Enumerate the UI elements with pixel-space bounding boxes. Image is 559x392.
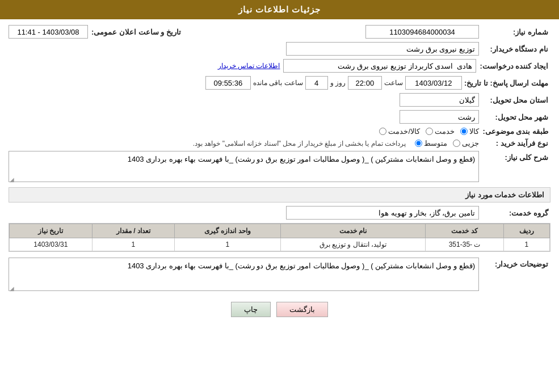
category-kala-option[interactable]: کالا — [460, 127, 479, 136]
services-table: ردیف کد خدمت نام خدمت واحد اندازه گیری ت… — [9, 224, 550, 251]
serviceInfo-title: اطلاعات خدمات مورد نیاز — [9, 187, 550, 203]
deadline-time-label: ساعت — [384, 79, 403, 87]
province-input[interactable] — [400, 93, 479, 107]
purchaseType-label: نوع فرآیند خرید : — [482, 139, 550, 147]
category-kala-khadamat-label: کالا/خدمت — [388, 127, 420, 136]
category-khadamat-option[interactable]: خدمت — [426, 127, 455, 136]
resize-icon-2: ◢ — [10, 285, 14, 292]
purchase-type-radio-group: جزیی متوسط — [415, 139, 479, 147]
category-khadamat-radio[interactable] — [426, 128, 433, 135]
buyerNotes-textarea[interactable]: (قطع و وصل انشعابات مشترکین ) _( وصول مط… — [9, 258, 479, 291]
purchase-note: پرداخت تمام یا بخشی از مبلغ خریدار از مح… — [9, 140, 406, 147]
col-header-code: کد خدمت — [426, 224, 503, 238]
purchase-motavasset-label: متوسط — [424, 139, 447, 147]
serviceGroup-input[interactable] — [286, 206, 479, 220]
contactInfo-link[interactable]: اطلاعات تماس خریدار — [218, 62, 280, 70]
buyerOrg-input[interactable] — [286, 42, 479, 56]
buyerOrg-label: نام دستگاه خریدار: — [482, 45, 550, 53]
needDescription-label: شرح کلی نیاز: — [482, 151, 550, 162]
category-kala-radio[interactable] — [460, 128, 468, 135]
buyerNotes-label: توضیحات خریدار: — [482, 258, 550, 268]
print-button[interactable]: چاپ — [231, 302, 271, 317]
category-kala-khadamat-radio[interactable] — [379, 128, 386, 135]
table-row: 1ت -35-351تولید، انتقال و توزیع برق11140… — [10, 238, 550, 251]
deadline-days-label: روز و — [330, 79, 346, 87]
deadline-label: مهلت ارسال پاسخ: تا تاریخ: — [464, 79, 550, 87]
creator-input[interactable] — [283, 59, 476, 73]
col-header-date: تاریخ نیاز — [10, 224, 93, 238]
deadline-date-input[interactable] — [405, 76, 462, 90]
col-header-unit: واحد اندازه گیری — [175, 224, 280, 238]
city-label: شهر محل تحویل: — [482, 113, 550, 121]
category-label: طبقه بندی موضوعی: — [482, 127, 550, 136]
needNumber-input[interactable] — [365, 25, 479, 39]
category-kala-khadamat-option[interactable]: کالا/خدمت — [379, 127, 420, 136]
deadline-days-input[interactable] — [305, 76, 328, 90]
purchase-motavasset-radio[interactable] — [415, 140, 422, 147]
needDescription-textarea[interactable]: (قطع و وصل انشعابات مشترکین ) _( وصول مط… — [9, 151, 479, 182]
purchase-jozvi-option[interactable]: جزیی — [453, 139, 479, 147]
action-buttons: بازگشت چاپ — [9, 296, 550, 326]
category-kala-label: کالا — [469, 127, 479, 136]
deadline-remaining-input[interactable] — [205, 76, 251, 90]
deadline-time-input[interactable] — [348, 76, 382, 90]
back-button[interactable]: بازگشت — [276, 302, 328, 317]
page-title: جزئیات اطلاعات نیاز — [238, 5, 321, 14]
deadline-remaining-label: ساعت باقی مانده — [253, 79, 303, 87]
resize-icon: ◢ — [10, 176, 14, 183]
page-header: جزئیات اطلاعات نیاز — [0, 0, 559, 19]
creator-label: ایجاد کننده درخواست: — [480, 62, 550, 70]
col-header-name: نام خدمت — [280, 224, 426, 238]
col-header-qty: تعداد / مقدار — [92, 224, 175, 238]
announceDateTime-input[interactable] — [9, 25, 88, 39]
col-header-row: ردیف — [503, 224, 549, 238]
services-table-section: ردیف کد خدمت نام خدمت واحد اندازه گیری ت… — [9, 223, 550, 252]
province-label: استان محل تحویل: — [482, 96, 550, 104]
purchase-motavasset-option[interactable]: متوسط — [415, 139, 447, 147]
purchase-jozvi-label: جزیی — [462, 139, 479, 147]
serviceGroup-label: گروه خدمت: — [482, 209, 550, 217]
category-khadamat-label: خدمت — [435, 127, 455, 136]
needNumber-label: شماره نیاز: — [482, 28, 550, 36]
purchase-jozvi-radio[interactable] — [453, 140, 460, 147]
city-input[interactable] — [400, 110, 479, 124]
category-radio-group: کالا خدمت کالا/خدمت — [379, 127, 479, 136]
announceDateTime-label: تاریخ و ساعت اعلان عمومی: — [91, 28, 183, 36]
